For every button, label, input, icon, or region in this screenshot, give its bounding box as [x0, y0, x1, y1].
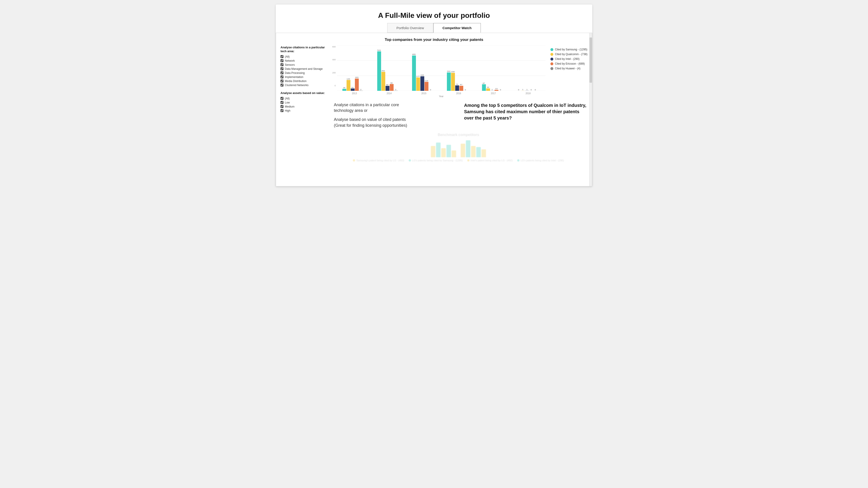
- scrollbar[interactable]: [589, 33, 592, 186]
- checkbox-all-tech[interactable]: (All): [281, 55, 326, 58]
- annotation-text-bold: Among the top 5 competitors of Qualcom i…: [464, 102, 587, 121]
- blurred-legend-dot-1: [353, 159, 355, 162]
- sidebar-section-tech-title: Analyse citations in a particular tech a…: [281, 46, 326, 53]
- svg-text:0: 0: [518, 89, 520, 91]
- blurred-bar-10: [482, 149, 486, 157]
- blurred-bar-5: [452, 151, 456, 157]
- y-axis: 0 200 400 600: [329, 46, 336, 91]
- blurred-bar-3: [441, 148, 446, 157]
- main-panel: Top companies from your industry citing …: [276, 33, 592, 186]
- svg-text:0: 0: [465, 89, 466, 91]
- blurred-bar-group-right: [461, 139, 486, 157]
- svg-text:1: 1: [526, 89, 528, 91]
- blurred-legend: Samsung's patent being cited by LG - (49…: [329, 159, 587, 162]
- legend-samsung: Cited by Samsung - (1295): [550, 48, 587, 51]
- svg-text:90: 90: [391, 82, 393, 84]
- checkbox-implementation[interactable]: Implementation: [281, 75, 326, 78]
- legend-dot-qualcomm: [550, 53, 553, 56]
- tab-competitor[interactable]: Competitor Watch: [433, 23, 481, 33]
- checkbox-media-distribution[interactable]: Media Distribution: [281, 79, 326, 83]
- svg-rect-25: [416, 77, 420, 91]
- svg-rect-37: [459, 86, 463, 91]
- blurred-bar-4: [446, 145, 451, 157]
- checkbox-medium[interactable]: Medium: [281, 105, 326, 108]
- checkbox-all-value[interactable]: (All): [281, 97, 326, 100]
- svg-text:239: 239: [451, 71, 455, 73]
- svg-text:144: 144: [346, 78, 350, 80]
- legend-label-qualcomm: Cited by Qualcomm - (738): [555, 53, 587, 56]
- legend-label-ericsson: Cited by Ericsson - (689): [555, 62, 585, 65]
- blurred-legend-dot-2: [409, 159, 411, 162]
- svg-text:244: 244: [447, 70, 451, 72]
- legend-label-huawei: Cited by Huawei - (4): [555, 67, 581, 70]
- chart-with-axes: 0 200 400 600: [329, 46, 546, 98]
- blurred-bar-1: [431, 146, 435, 157]
- checkbox-data-proc[interactable]: Data Processing: [281, 71, 326, 74]
- legend-label-samsung: Cited by Samsung - (1295): [555, 48, 587, 51]
- x-label-2018: 2018: [526, 92, 530, 95]
- svg-text:252: 252: [381, 70, 385, 72]
- svg-rect-18: [394, 91, 398, 91]
- checkbox-low[interactable]: Low: [281, 101, 326, 104]
- svg-text:119: 119: [425, 80, 428, 82]
- scrollbar-thumb[interactable]: [590, 37, 592, 83]
- blurred-legend-item-1: Samsung's patent being cited by LG - (49…: [353, 159, 404, 162]
- annotation-left-top: Analyse citations in a particular corete…: [334, 102, 457, 113]
- svg-rect-27: [425, 82, 428, 91]
- svg-text:0: 0: [430, 89, 431, 91]
- legend-label-intel: Cited by Intel - (290): [555, 57, 580, 61]
- blurred-legend-label-2: LG's patents being cited by Samsung - (1…: [412, 159, 463, 162]
- bars-container: 26 144 31 163 2: [337, 46, 546, 98]
- y-tick-200: 200: [329, 72, 336, 74]
- svg-text:177: 177: [416, 76, 420, 77]
- chart-legend-row: 0 200 400 600: [329, 46, 587, 98]
- annotation-text-line3: Analyse based on value of cited patents(…: [334, 117, 457, 128]
- svg-text:193: 193: [421, 74, 424, 76]
- svg-rect-5: [346, 80, 350, 91]
- annotation-left-bottom: Analyse based on value of cited patents(…: [334, 117, 457, 128]
- blurred-legend-item-2: LG's patents being cited by Samsung - (1…: [409, 159, 463, 162]
- svg-rect-4: [342, 89, 346, 91]
- page-container: A Full-Mile view of your portfolio Portf…: [276, 4, 592, 186]
- annotation-left: Analyse citations in a particular corete…: [329, 102, 457, 128]
- svg-rect-45: [486, 88, 490, 91]
- svg-text:72: 72: [456, 84, 458, 86]
- svg-text:2: 2: [395, 89, 397, 91]
- blurred-bar-2: [436, 142, 440, 157]
- tab-portfolio[interactable]: Portfolio Overview: [387, 23, 433, 33]
- svg-text:32: 32: [487, 87, 489, 88]
- checkbox-network[interactable]: Network: [281, 59, 326, 62]
- x-axis-title: Year: [337, 95, 546, 98]
- svg-rect-34: [447, 72, 451, 91]
- svg-text:31: 31: [351, 87, 354, 89]
- blurred-legend-dot-3: [467, 159, 469, 162]
- y-tick-400: 400: [329, 59, 336, 61]
- checkbox-high[interactable]: High: [281, 109, 326, 112]
- blurred-bar-8: [471, 146, 475, 157]
- x-label-2013: 2013: [352, 92, 357, 95]
- blurred-bars: [329, 139, 587, 157]
- content-area: Analyse citations in a particular tech a…: [281, 46, 587, 162]
- checkbox-clustered[interactable]: Clustered Networks: [281, 84, 326, 87]
- bar-chart-svg: 26 144 31 163 2: [337, 46, 546, 91]
- checkbox-data-mgmt[interactable]: Data Management and Storage: [281, 67, 326, 70]
- checkbox-sensors[interactable]: Sensors: [281, 63, 326, 66]
- tabs-row: Portfolio Overview Competitor Watch: [276, 23, 592, 33]
- chart-legend: Cited by Samsung - (1295) Cited by Qualc…: [548, 46, 587, 98]
- y-tick-0: 0: [329, 85, 336, 87]
- sidebar-section-value-title: Analyse assets based on value:: [281, 91, 326, 95]
- svg-text:524: 524: [377, 50, 381, 51]
- blurred-legend-label-4: LG's patents being cited by Intel - (290…: [521, 159, 564, 162]
- svg-text:66: 66: [386, 84, 389, 86]
- legend-intel: Cited by Intel - (290): [550, 57, 587, 61]
- svg-text:1: 1: [492, 89, 493, 91]
- sidebar-section-value: Analyse assets based on value: (All) Low…: [281, 91, 326, 112]
- svg-text:1: 1: [522, 89, 524, 91]
- svg-rect-6: [351, 89, 355, 91]
- legend-dot-huawei: [550, 67, 553, 70]
- x-label-2017: 2017: [491, 92, 496, 95]
- page-title: A Full-Mile view of your portfolio: [276, 4, 592, 23]
- svg-rect-26: [421, 76, 424, 91]
- svg-rect-44: [482, 84, 486, 91]
- svg-rect-14: [377, 51, 381, 91]
